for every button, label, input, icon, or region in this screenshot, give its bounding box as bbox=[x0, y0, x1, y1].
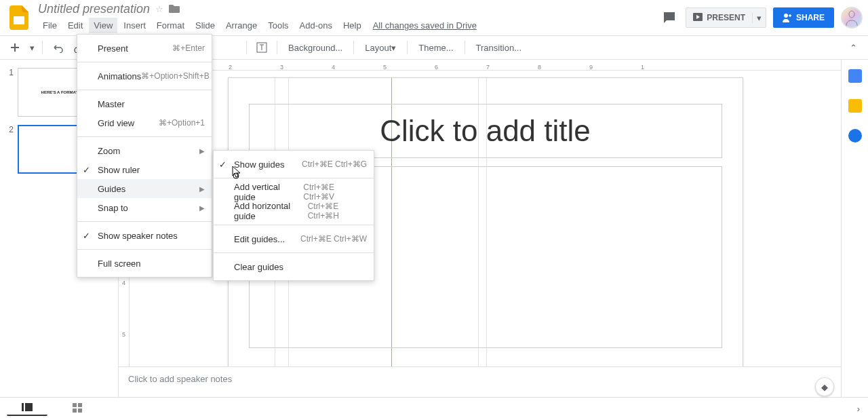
menu-addons[interactable]: Add-ons bbox=[295, 18, 337, 33]
present-label: PRESENT bbox=[707, 13, 745, 22]
menu-animations[interactable]: Animations⌘+Option+Shift+B bbox=[77, 66, 212, 86]
view-dropdown: Present⌘+Enter Animations⌘+Option+Shift+… bbox=[77, 34, 212, 278]
chevron-right-icon: ▶ bbox=[199, 185, 205, 193]
calendar-icon[interactable] bbox=[848, 69, 862, 83]
menu-show-ruler[interactable]: ✓Show ruler bbox=[77, 160, 212, 179]
chevron-right-icon: ▶ bbox=[199, 204, 205, 212]
menu-full-screen[interactable]: Full screen bbox=[77, 254, 212, 273]
person-plus-icon bbox=[783, 13, 792, 22]
present-button[interactable]: PRESENT ▾ bbox=[686, 7, 766, 28]
comments-button[interactable] bbox=[660, 8, 679, 27]
app-header: Untitled presentation ☆ File Edit View I… bbox=[0, 0, 868, 35]
chevron-right-icon: ▶ bbox=[199, 147, 205, 155]
share-button[interactable]: SHARE bbox=[773, 7, 834, 28]
filmstrip-view-button[interactable] bbox=[7, 400, 47, 416]
thumb-number: 1 bbox=[5, 68, 14, 117]
menu-snap-to[interactable]: Snap to▶ bbox=[77, 198, 212, 217]
menu-guides[interactable]: Guides▶ bbox=[77, 179, 212, 198]
share-label: SHARE bbox=[796, 13, 825, 22]
hide-menus-button[interactable]: ⌃ bbox=[844, 38, 863, 57]
svg-point-2 bbox=[784, 14, 788, 18]
menu-view[interactable]: View bbox=[89, 18, 117, 33]
menu-edit-guides[interactable]: Edit guides...Ctrl+⌘E Ctrl+⌘W bbox=[214, 229, 374, 248]
bottom-bar bbox=[0, 397, 868, 418]
keep-icon[interactable] bbox=[848, 99, 862, 113]
svg-rect-8 bbox=[78, 403, 82, 407]
check-icon: ✓ bbox=[219, 159, 226, 170]
undo-button[interactable] bbox=[48, 38, 67, 57]
svg-rect-10 bbox=[78, 408, 82, 413]
menu-format[interactable]: Format bbox=[152, 18, 189, 33]
explore-button[interactable]: ◆ bbox=[815, 377, 834, 396]
check-icon: ✓ bbox=[83, 165, 90, 175]
tasks-icon[interactable] bbox=[848, 129, 862, 142]
menu-help[interactable]: Help bbox=[338, 18, 366, 33]
star-icon[interactable]: ☆ bbox=[155, 4, 163, 14]
menu-grid-view[interactable]: Grid view⌘+Option+1 bbox=[77, 113, 212, 132]
svg-rect-5 bbox=[22, 403, 24, 411]
menu-edit[interactable]: Edit bbox=[63, 18, 87, 33]
show-side-panel-button[interactable]: › bbox=[857, 404, 860, 414]
menu-show-guides[interactable]: ✓Show guidesCtrl+⌘E Ctrl+⌘G bbox=[214, 155, 374, 174]
present-dropdown-icon[interactable]: ▾ bbox=[752, 13, 766, 23]
menu-speaker-notes[interactable]: ✓Show speaker notes bbox=[77, 226, 212, 245]
layout-button[interactable]: Layout ▾ bbox=[359, 38, 401, 57]
transition-button[interactable]: Transition... bbox=[471, 38, 527, 57]
theme-button[interactable]: Theme... bbox=[413, 38, 458, 57]
svg-rect-0 bbox=[14, 16, 24, 24]
menu-slide[interactable]: Slide bbox=[191, 18, 220, 33]
add-textbox-button[interactable] bbox=[252, 38, 271, 57]
user-avatar[interactable] bbox=[841, 7, 863, 28]
speaker-notes[interactable]: Click to add speaker notes bbox=[119, 366, 841, 397]
menu-add-vertical-guide[interactable]: Add vertical guideCtrl+⌘E Ctrl+⌘V bbox=[214, 183, 374, 202]
grid-view-button[interactable] bbox=[57, 400, 98, 416]
menu-zoom[interactable]: Zoom▶ bbox=[77, 141, 212, 160]
menu-file[interactable]: File bbox=[38, 18, 62, 33]
new-slide-dropdown[interactable]: ▾ bbox=[27, 38, 37, 57]
side-panel bbox=[841, 60, 868, 397]
menu-present[interactable]: Present⌘+Enter bbox=[77, 39, 212, 58]
menu-master[interactable]: Master bbox=[77, 94, 212, 113]
menu-tools[interactable]: Tools bbox=[263, 18, 293, 33]
svg-rect-7 bbox=[73, 403, 77, 407]
move-folder-icon[interactable] bbox=[169, 3, 180, 15]
svg-rect-9 bbox=[73, 408, 77, 413]
svg-rect-6 bbox=[25, 403, 33, 411]
slides-logo[interactable] bbox=[5, 4, 33, 31]
menu-bar: File Edit View Insert Format Slide Arran… bbox=[38, 18, 660, 33]
play-icon bbox=[693, 13, 703, 22]
svg-point-3 bbox=[849, 11, 854, 18]
horizontal-ruler[interactable]: 1 2 3 4 5 6 7 8 9 1 bbox=[130, 60, 841, 71]
new-slide-button[interactable] bbox=[5, 38, 24, 57]
guides-submenu: ✓Show guidesCtrl+⌘E Ctrl+⌘G Add vertical… bbox=[213, 150, 374, 281]
thumb-number: 2 bbox=[5, 125, 14, 174]
doc-title[interactable]: Untitled presentation bbox=[38, 2, 150, 16]
menu-insert[interactable]: Insert bbox=[119, 18, 151, 33]
background-button[interactable]: Background... bbox=[283, 38, 348, 57]
check-icon: ✓ bbox=[83, 231, 90, 241]
save-status[interactable]: All changes saved in Drive bbox=[373, 20, 477, 31]
menu-arrange[interactable]: Arrange bbox=[221, 18, 262, 33]
menu-add-horizontal-guide[interactable]: Add horizontal guideCtrl+⌘E Ctrl+⌘H bbox=[214, 202, 374, 221]
menu-clear-guides[interactable]: Clear guides bbox=[214, 257, 374, 276]
